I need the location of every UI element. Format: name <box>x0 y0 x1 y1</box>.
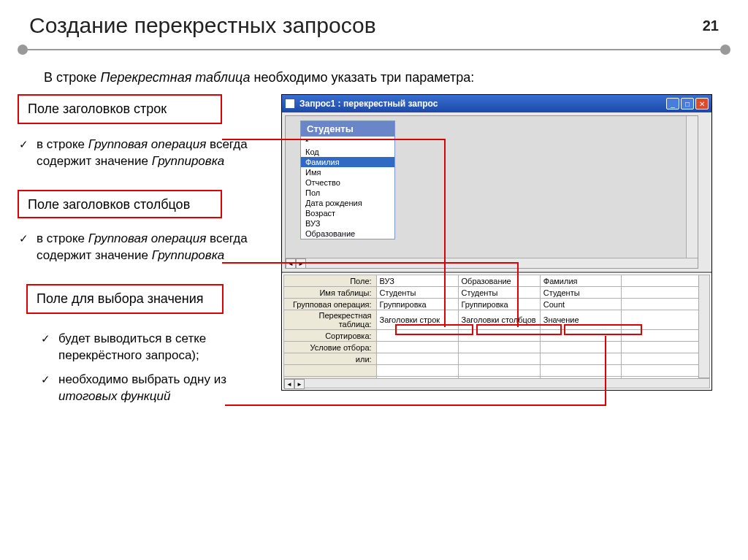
upper-pane: Студенты Код Фамилия Имя Отчество Пол Да… <box>282 112 711 273</box>
scroll-left-icon[interactable]: ◄ <box>286 258 296 269</box>
label-value-field: Поле для выбора значения <box>26 284 224 314</box>
grid-cell[interactable] <box>540 342 621 353</box>
scroll-left-icon[interactable]: ◄ <box>284 379 294 389</box>
field-item[interactable]: Пол <box>301 188 394 198</box>
grid-cell[interactable]: Группировка <box>376 299 458 310</box>
grid-cell[interactable] <box>458 342 540 353</box>
scrollbar-v[interactable] <box>698 275 710 378</box>
grid-cell[interactable] <box>540 330 621 342</box>
grid-cell[interactable] <box>621 287 699 299</box>
grid-row-label: Сортировка: <box>284 330 377 342</box>
label-col-headers: Поле заголовков столбцов <box>18 190 222 218</box>
field-item[interactable]: Отчество <box>301 177 394 188</box>
grid-cell[interactable] <box>621 353 699 365</box>
grid-cell[interactable]: Заголовки столбцов <box>458 310 540 330</box>
grid-row-label: Поле: <box>284 275 377 287</box>
grid-cell[interactable]: Заголовки строк <box>376 310 458 330</box>
field-item[interactable]: Имя <box>301 167 394 177</box>
grid-cell[interactable]: Count <box>540 299 621 310</box>
grid-row-label: Групповая операция: <box>284 299 377 310</box>
field-item[interactable]: Возраст <box>301 208 394 218</box>
scrollbar-v[interactable] <box>686 116 698 268</box>
lower-pane: Поле: ВУЗ Образование Фамилия Имя таблиц… <box>282 273 711 390</box>
grid-cell[interactable] <box>621 342 699 353</box>
grid-cell[interactable] <box>621 299 699 310</box>
check-icon: ✓ <box>19 137 28 152</box>
window-title: Запрос1 : перекрестный запрос <box>299 99 666 109</box>
minimize-button[interactable]: _ <box>666 98 679 110</box>
table-widget[interactable]: Студенты Код Фамилия Имя Отчество Пол Да… <box>300 120 395 239</box>
bullet-2: ✓ в строке Групповая операция всегда сод… <box>15 227 270 268</box>
grid-cell[interactable] <box>540 365 621 377</box>
grid-cell[interactable]: Студенты <box>458 287 540 299</box>
close-button[interactable]: ✕ <box>695 98 709 110</box>
grid-cell[interactable]: Фамилия <box>540 275 621 287</box>
slide-number: 21 <box>703 18 719 34</box>
grid-cell[interactable] <box>458 330 540 342</box>
check-icon: ✓ <box>41 372 50 387</box>
access-window: Запрос1 : перекрестный запрос _ □ ✕ Студ… <box>281 94 712 391</box>
scrollbar-h[interactable]: ◄ ► <box>286 258 698 268</box>
intro-text: В строке Перекрестная таблица необходимо… <box>0 63 748 94</box>
query-grid[interactable]: Поле: ВУЗ Образование Фамилия Имя таблиц… <box>283 275 700 388</box>
grid-cell[interactable]: Образование <box>458 275 540 287</box>
grid-cell[interactable]: Группировка <box>458 299 540 310</box>
grid-cell[interactable] <box>621 310 699 330</box>
grid-cell[interactable] <box>458 353 540 365</box>
grid-cell[interactable] <box>621 365 699 377</box>
grid-cell[interactable] <box>621 330 699 342</box>
table-widget-title: Студенты <box>301 121 394 137</box>
grid-row-label: или: <box>284 353 377 365</box>
scrollbar-h[interactable]: ◄ ► <box>283 378 710 388</box>
field-list[interactable]: Код Фамилия Имя Отчество Пол Дата рожден… <box>301 137 394 239</box>
grid-cell[interactable] <box>540 353 621 365</box>
grid-cell[interactable]: Студенты <box>540 287 621 299</box>
field-item[interactable]: Код <box>301 147 394 157</box>
field-item[interactable]: Фамилия <box>301 157 394 167</box>
bullet-4: ✓ необходимо выбрать одну из итоговых фу… <box>15 368 270 409</box>
field-item[interactable] <box>301 137 394 147</box>
field-item[interactable]: Образование <box>301 229 394 239</box>
label-row-headers: Поле заголовков строк <box>18 94 222 124</box>
grid-cell[interactable]: ВУЗ <box>376 275 458 287</box>
divider <box>15 44 733 55</box>
slide-title: Создание перекрестных запросов <box>29 13 376 38</box>
maximize-button[interactable]: □ <box>681 98 694 110</box>
scroll-right-icon[interactable]: ► <box>296 258 306 269</box>
check-icon: ✓ <box>19 231 28 246</box>
grid-row-label: Перекрестная таблица: <box>284 310 377 330</box>
grid-row-label: Условие отбора: <box>284 342 377 353</box>
grid-row-label: Имя таблицы: <box>284 287 377 299</box>
app-icon <box>285 99 295 109</box>
grid-cell[interactable] <box>458 365 540 377</box>
grid-cell[interactable] <box>376 353 458 365</box>
grid-cell[interactable] <box>376 330 458 342</box>
grid-cell[interactable] <box>376 342 458 353</box>
field-item[interactable]: Дата рождения <box>301 198 394 208</box>
grid-cell[interactable]: Студенты <box>376 287 458 299</box>
grid-cell[interactable] <box>621 275 699 287</box>
bullet-1: ✓ в строке Групповая операция всегда сод… <box>15 133 270 174</box>
bullet-3: ✓ будет выводиться в сетке перекрёстного… <box>15 327 270 368</box>
grid-cell[interactable]: Значение <box>540 310 621 330</box>
grid-row-label <box>284 365 377 377</box>
scroll-right-icon[interactable]: ► <box>294 379 305 389</box>
field-item[interactable]: ВУЗ <box>301 218 394 229</box>
grid-cell[interactable] <box>376 365 458 377</box>
check-icon: ✓ <box>41 331 50 346</box>
titlebar[interactable]: Запрос1 : перекрестный запрос _ □ ✕ <box>282 95 711 112</box>
